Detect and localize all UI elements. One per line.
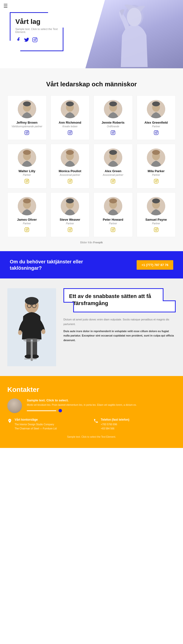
svg-point-52 [112,180,114,182]
svg-point-53 [114,180,115,180]
svg-rect-65 [25,228,29,232]
contacts-dividers [27,409,176,412]
svg-rect-72 [68,228,72,232]
team-role: Kreativ ledare [53,125,87,128]
team-name: Steve Weaver [53,218,87,222]
svg-point-85 [152,198,160,203]
svg-point-59 [155,180,157,182]
team-role: Ordförande [96,125,130,128]
team-avatar [104,148,122,167]
team-role: Partner [139,125,173,128]
contacts-avatar [7,398,22,413]
team-avatar [18,148,36,167]
phone-text: +783 5760 896 +83 584 566 [101,422,129,431]
instagram-icon[interactable] [53,227,87,233]
divider-dot [58,409,62,412]
team-card: Mila Parker Partner [137,144,176,188]
instagram-icon[interactable] [32,37,38,43]
team-card: Samuel Payne Partner [137,192,176,237]
svg-point-67 [28,228,28,229]
instagram-icon[interactable] [10,227,44,233]
svg-rect-86 [154,228,158,232]
team-card: Ann Richmond Kreativ ledare [50,95,90,140]
hamburger-menu[interactable]: ☰ [4,3,8,9]
team-card: Jeffrey Brown Världsomspännande partner [7,95,46,140]
svg-rect-102 [31,342,33,361]
team-name: Alex Greenfield [139,121,173,124]
svg-point-73 [69,229,71,231]
svg-point-46 [71,180,72,180]
team-role: Världsomspännande partner [10,125,44,128]
team-card: Walter Lilly Partner [7,144,46,188]
svg-rect-58 [154,179,158,183]
team-grid: Jeffrey Brown Världsomspännande partner [7,95,176,237]
svg-point-18 [71,131,72,132]
team-role: Associerad partner [53,174,87,176]
team-avatar [104,197,122,215]
instagram-icon[interactable] [10,179,44,185]
section-title: Vårt ledarskap och människor [7,80,176,88]
svg-point-74 [71,228,72,229]
team-avatar [18,197,36,215]
freepik-link[interactable]: Freepik [93,241,103,244]
team-avatar [147,100,165,118]
team-card: Alex Green Associerad partner [94,144,133,188]
svg-point-38 [26,180,28,182]
team-card: James Oliver Partner [7,192,46,237]
svg-point-29 [152,102,160,106]
instagram-icon[interactable] [139,227,173,233]
svg-point-36 [23,150,31,155]
instagram-icon[interactable] [53,179,87,185]
cta-button[interactable]: +1 (777) 787 87 76 [137,260,173,270]
team-name: Alex Green [96,169,130,173]
contacts-name: Sample text. Click to select. [27,398,176,402]
svg-point-1 [34,39,36,40]
svg-point-78 [109,198,117,203]
social-icons [15,37,58,43]
svg-point-60 [157,180,158,180]
contacts-grid: Vårt kontorsläge The Interior Design Stu… [7,418,176,431]
twitter-icon[interactable] [24,37,30,43]
feature-frame: Ett av de snabbaste sätten att få affärs… [64,288,176,312]
svg-point-88 [157,228,158,229]
svg-point-24 [112,132,114,134]
svg-rect-30 [154,131,158,135]
hero-title: Vårt lag [15,18,58,26]
address-title: Vårt kontorsläge [15,418,56,421]
svg-rect-79 [111,228,115,232]
svg-point-4 [127,8,142,26]
svg-point-8 [23,102,31,106]
svg-point-17 [69,132,71,134]
team-role: Partner [139,174,173,176]
team-name: Peter Howard [96,218,130,222]
instagram-icon[interactable] [53,130,87,136]
team-avatar [61,197,79,215]
facebook-icon[interactable] [15,37,21,43]
phone-info: Telefon (fast telefon) +783 5760 896 +83… [101,418,129,431]
team-role: Partner [10,222,44,225]
phone-title: Telefon (fast telefon) [101,418,129,421]
svg-rect-37 [25,179,29,183]
team-avatar [104,100,122,118]
hero-subtitle: Sample text. Click to select the Text El… [15,28,58,34]
hero-section: Vårt lag Sample text. Click to select th… [0,0,183,68]
svg-point-64 [23,198,31,203]
team-name: Mila Parker [139,169,173,173]
svg-point-80 [112,229,114,231]
feature-content: Ett av de snabbaste sätten att få affärs… [64,288,176,342]
instagram-icon[interactable] [139,130,173,136]
feature-section: Ett av de snabbaste sätten att få affärs… [0,278,183,376]
svg-point-2 [36,38,36,39]
contacts-section: Kontakter Sample text. Click to select. … [0,376,183,448]
team-name: Jennie Roberts [96,121,130,124]
instagram-icon[interactable] [96,130,130,136]
team-name: Jeffrey Brown [10,121,44,124]
instagram-icon[interactable] [10,130,44,136]
svg-point-25 [114,131,115,132]
team-avatar [147,197,165,215]
instagram-icon[interactable] [96,179,130,185]
instagram-icon[interactable] [96,227,130,233]
instagram-icon[interactable] [139,179,173,185]
team-avatar [61,100,79,118]
team-card: Jennie Roberts Ordförande [94,95,133,140]
